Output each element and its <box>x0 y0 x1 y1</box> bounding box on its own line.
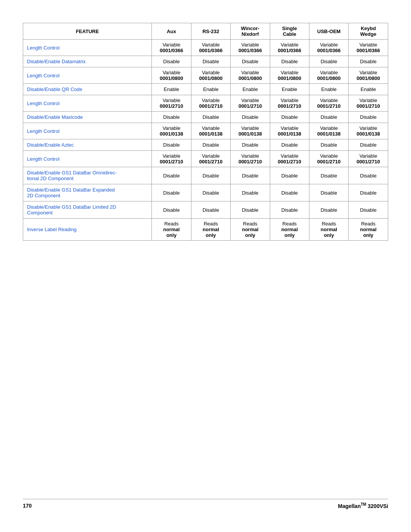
value-cell: Disable <box>309 201 349 219</box>
header-feature: FEATURE <box>23 23 152 40</box>
value-cell: Variable0001/0138 <box>152 123 191 139</box>
table-row: Length ControlVariable0001/2710Variable0… <box>23 95 388 112</box>
value-cell: Disable <box>231 56 270 67</box>
value-cell: Disable <box>191 167 230 184</box>
value-cell: Disable <box>231 184 270 201</box>
table-row: Disable/Enable GS1 DataBar Omnidirec-tio… <box>23 167 388 184</box>
value-cell: Enable <box>270 84 309 95</box>
table-row: Length ControlVariable0001/2710Variable0… <box>23 151 388 167</box>
value-cell: Variable0001/0800 <box>231 67 270 84</box>
value-cell: Disable <box>231 112 270 123</box>
page-footer: 170 MagellanTM 3200VSi <box>23 499 388 509</box>
value-cell: Variable0001/2710 <box>191 151 230 167</box>
value-cell: Disable <box>349 112 388 123</box>
feature-cell: Disable/Enable Datamatrix <box>23 56 152 67</box>
value-cell: Readsnormalonly <box>231 219 270 241</box>
value-cell: Readsnormalonly <box>191 219 230 241</box>
feature-cell: Length Control <box>23 151 152 167</box>
value-cell: Disable <box>349 184 388 201</box>
value-cell: Variable0001/2710 <box>309 151 349 167</box>
feature-cell: Length Control <box>23 67 152 84</box>
feature-cell: Length Control <box>23 123 152 139</box>
value-cell: Disable <box>349 201 388 219</box>
value-cell: Disable <box>152 112 191 123</box>
header-keybd-wedge: KeybdWedge <box>349 23 388 40</box>
table-row: Length ControlVariable0001/0800Variable0… <box>23 67 388 84</box>
value-cell: Variable0001/2710 <box>270 95 309 112</box>
feature-cell: Inverse Label Reading <box>23 219 152 241</box>
value-cell: Disable <box>270 112 309 123</box>
value-cell: Variable0001/0366 <box>191 40 230 56</box>
value-cell: Disable <box>309 167 349 184</box>
value-cell: Disable <box>349 56 388 67</box>
value-cell: Variable0001/0138 <box>270 123 309 139</box>
value-cell: Enable <box>349 84 388 95</box>
table-row: Length ControlVariable0001/0366Variable0… <box>23 40 388 56</box>
feature-table: FEATURE Aux RS-232 Wincor-Nixdorf Single… <box>23 23 388 241</box>
value-cell: Variable0001/0366 <box>231 40 270 56</box>
value-cell: Enable <box>309 84 349 95</box>
value-cell: Variable0001/0138 <box>191 123 230 139</box>
value-cell: Variable0001/0800 <box>152 67 191 84</box>
value-cell: Disable <box>349 139 388 151</box>
feature-cell: Disable/Enable QR Code <box>23 84 152 95</box>
value-cell: Disable <box>270 139 309 151</box>
product-name: MagellanTM 3200VSi <box>338 502 388 509</box>
value-cell: Variable0001/0366 <box>270 40 309 56</box>
value-cell: Variable0001/0138 <box>231 123 270 139</box>
value-cell: Variable0001/2710 <box>152 95 191 112</box>
value-cell: Disable <box>152 139 191 151</box>
page-number: 170 <box>23 503 32 509</box>
value-cell: Variable0001/0800 <box>349 67 388 84</box>
value-cell: Disable <box>191 184 230 201</box>
value-cell: Disable <box>270 56 309 67</box>
feature-cell: Disable/Enable GS1 DataBar Expanded2D Co… <box>23 184 152 201</box>
value-cell: Disable <box>231 139 270 151</box>
value-cell: Disable <box>191 201 230 219</box>
value-cell: Disable <box>270 201 309 219</box>
value-cell: Variable0001/0800 <box>191 67 230 84</box>
feature-cell: Disable/Enable GS1 DataBar Limited 2DCom… <box>23 201 152 219</box>
feature-cell: Disable/Enable Maxicode <box>23 112 152 123</box>
value-cell: Disable <box>349 167 388 184</box>
feature-cell: Disable/Enable Aztec <box>23 139 152 151</box>
value-cell: Variable0001/2710 <box>309 95 349 112</box>
value-cell: Variable0001/2710 <box>270 151 309 167</box>
value-cell: Readsnormalonly <box>270 219 309 241</box>
value-cell: Disable <box>152 184 191 201</box>
value-cell: Variable0001/2710 <box>191 95 230 112</box>
value-cell: Variable0001/2710 <box>231 151 270 167</box>
page: FEATURE Aux RS-232 Wincor-Nixdorf Single… <box>0 0 411 532</box>
value-cell: Variable0001/0138 <box>349 123 388 139</box>
value-cell: Variable0001/2710 <box>349 95 388 112</box>
table-row: Disable/Enable GS1 DataBar Limited 2DCom… <box>23 201 388 219</box>
value-cell: Disable <box>309 184 349 201</box>
feature-cell: Length Control <box>23 40 152 56</box>
value-cell: Variable0001/0366 <box>152 40 191 56</box>
value-cell: Variable0001/0800 <box>270 67 309 84</box>
value-cell: Disable <box>309 56 349 67</box>
feature-cell: Length Control <box>23 95 152 112</box>
value-cell: Variable0001/0800 <box>309 67 349 84</box>
value-cell: Disable <box>191 56 230 67</box>
value-cell: Disable <box>231 167 270 184</box>
value-cell: Variable0001/0366 <box>309 40 349 56</box>
value-cell: Disable <box>309 139 349 151</box>
header-wincor: Wincor-Nixdorf <box>231 23 270 40</box>
header-aux: Aux <box>152 23 191 40</box>
value-cell: Disable <box>152 56 191 67</box>
header-rs232: RS-232 <box>191 23 230 40</box>
table-row: Disable/Enable AztecDisableDisableDisabl… <box>23 139 388 151</box>
value-cell: Disable <box>270 184 309 201</box>
value-cell: Variable0001/2710 <box>231 95 270 112</box>
value-cell: Disable <box>231 201 270 219</box>
value-cell: Readsnormalonly <box>349 219 388 241</box>
value-cell: Variable0001/0366 <box>349 40 388 56</box>
feature-cell: Disable/Enable GS1 DataBar Omnidirec-tio… <box>23 167 152 184</box>
value-cell: Disable <box>309 112 349 123</box>
table-row: Inverse Label ReadingReadsnormalonlyRead… <box>23 219 388 241</box>
value-cell: Enable <box>152 84 191 95</box>
value-cell: Disable <box>270 167 309 184</box>
value-cell: Readsnormalonly <box>309 219 349 241</box>
table-row: Disable/Enable GS1 DataBar Expanded2D Co… <box>23 184 388 201</box>
